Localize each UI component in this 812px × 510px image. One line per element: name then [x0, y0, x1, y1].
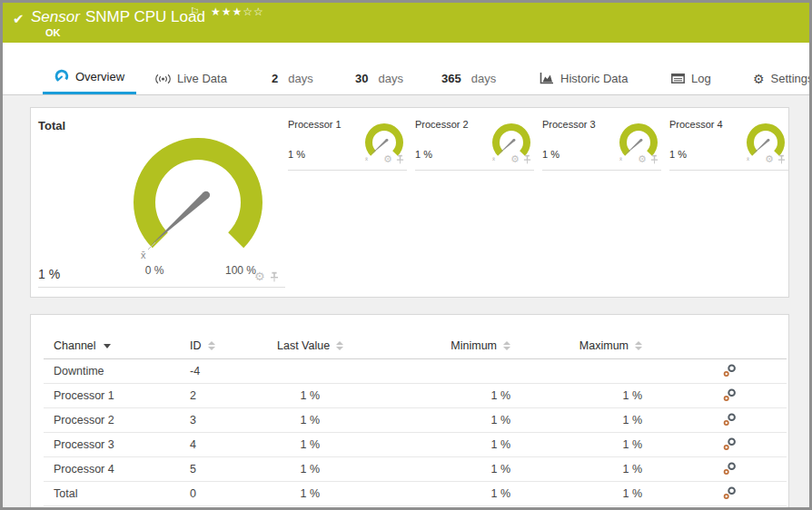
processor-gauge-value: 1 % [288, 149, 305, 160]
page-title: SensorSNMP CPU Load [31, 8, 205, 26]
channels-panel: Channel ID Last Value Minimum Maximum Do… [30, 314, 789, 508]
sort-toggle-icon[interactable] [336, 341, 343, 350]
total-gauge-card: Total x̄ 0 % 100 % 1 % ⚙ [38, 115, 285, 288]
channel-name-cell: Downtime [44, 358, 180, 383]
sort-toggle-icon[interactable] [208, 341, 215, 350]
tab-2-days-number: 2 [272, 72, 278, 85]
priority-stars[interactable]: ★★★☆☆ [211, 5, 264, 18]
processor-gauge-title: Processor 4 [669, 119, 723, 130]
channel-id-cell: 4 [180, 432, 271, 456]
tab-historic-data-label: Historic Data [560, 72, 628, 85]
gauges-panel: Total x̄ 0 % 100 % 1 % ⚙ [30, 107, 789, 298]
processor-gauges: Processor 1 x̄ 1 % ⚙ Processor 2 [288, 119, 797, 171]
maximum-cell: 1 % [512, 456, 644, 481]
channel-settings-gear-icon[interactable]: ⚙ [383, 154, 392, 164]
table-row: Total 0 1 % 1 % 1 % [44, 481, 787, 505]
pin-icon[interactable] [270, 271, 279, 282]
tab-live-data[interactable]: Live Data [155, 43, 227, 94]
tab-365-days[interactable]: 365 days [441, 43, 496, 94]
channel-settings-gear-icon[interactable]: ⚙ [765, 154, 774, 164]
channels-table: Channel ID Last Value Minimum Maximum Do… [44, 333, 787, 506]
total-gauge-title: Total [38, 119, 65, 132]
edit-channel-gears-icon[interactable] [723, 388, 737, 402]
channel-settings-gear-icon[interactable]: ⚙ [510, 154, 520, 164]
table-row: Downtime -4 [44, 358, 787, 383]
status-badge: OK [45, 27, 61, 38]
channel-id-cell: 2 [180, 383, 271, 407]
average-marker: x̄ [365, 156, 368, 162]
tab-historic-data[interactable]: Historic Data [540, 43, 628, 94]
column-header-id[interactable]: ID [180, 333, 271, 358]
pin-icon[interactable] [650, 154, 659, 164]
edit-channel-gears-icon[interactable] [723, 486, 737, 500]
tab-2-days-word: days [288, 72, 312, 85]
column-header-channel[interactable]: Channel [44, 333, 180, 358]
channel-id-cell: 0 [180, 481, 271, 505]
edit-channel-gears-icon[interactable] [723, 413, 737, 427]
channel-id-cell: 5 [180, 456, 271, 481]
column-header-maximum[interactable]: Maximum [512, 333, 644, 358]
total-gauge-value: 1 % [38, 267, 60, 281]
channel-name-cell: Processor 3 [44, 432, 180, 456]
processor-gauge-title: Processor 1 [288, 119, 342, 130]
tab-30-days[interactable]: 30 days [355, 43, 403, 94]
column-header-last-value[interactable]: Last Value [271, 333, 322, 358]
gauge-needle [625, 139, 642, 154]
tab-overview[interactable]: Overview [43, 43, 136, 94]
sort-toggle-icon[interactable] [503, 341, 510, 350]
channel-id-cell: -4 [180, 358, 271, 383]
column-header-minimum[interactable]: Minimum [322, 333, 512, 358]
processor-gauge-card: Processor 1 x̄ 1 % ⚙ [288, 119, 407, 171]
tab-settings[interactable]: ⚙ Settings [753, 43, 809, 94]
sort-desc-icon[interactable] [104, 344, 111, 348]
maximum-cell: 1 % [512, 481, 644, 505]
maximum-cell [512, 358, 644, 383]
processor-gauge-value: 1 % [415, 149, 432, 160]
edit-channel-gears-icon[interactable] [723, 364, 737, 378]
log-list-icon [671, 74, 685, 83]
last-value-cell: 1 % [271, 456, 322, 481]
status-ok-check-icon: ✔ [13, 11, 25, 27]
table-row: Processor 3 4 1 % 1 % 1 % [44, 432, 787, 456]
gauge-needle [752, 139, 769, 154]
edit-channel-gears-icon[interactable] [723, 462, 737, 476]
tab-365-days-number: 365 [441, 72, 461, 85]
average-marker: x̄ [619, 156, 622, 162]
sensor-name: SNMP CPU Load [85, 8, 205, 25]
tab-settings-label: Settings [771, 72, 809, 85]
tab-365-days-word: days [471, 72, 496, 85]
channel-name-cell: Processor 2 [44, 407, 180, 432]
minimum-cell [322, 358, 512, 383]
pin-icon[interactable] [396, 154, 404, 164]
pin-icon[interactable] [523, 154, 531, 164]
tab-log-label: Log [691, 72, 711, 85]
tab-log[interactable]: Log [671, 43, 711, 94]
channel-settings-gear-icon[interactable]: ⚙ [254, 270, 265, 282]
last-value-cell: 1 % [271, 407, 322, 432]
tab-bar: Overview Live Data 2 days 30 days 365 da… [3, 43, 809, 95]
area-chart-icon [540, 73, 554, 84]
last-value-cell [271, 358, 322, 383]
tab-2-days[interactable]: 2 days [272, 43, 313, 94]
maximum-cell: 1 % [512, 432, 644, 456]
sensor-type-label: Sensor [31, 8, 80, 25]
tab-30-days-number: 30 [355, 72, 368, 85]
channel-id-cell: 3 [180, 407, 271, 432]
sort-toggle-icon[interactable] [635, 341, 642, 350]
channel-settings-gear-icon[interactable]: ⚙ [638, 154, 647, 164]
processor-gauge-title: Processor 2 [415, 119, 469, 130]
flag-icon[interactable]: ⚐ [190, 5, 200, 18]
sensor-header: ✔ SensorSNMP CPU Load ⚐ ★★★☆☆ OK [3, 3, 809, 43]
last-value-cell: 1 % [271, 432, 322, 456]
edit-channel-gears-icon[interactable] [723, 437, 737, 451]
pin-icon[interactable] [777, 154, 786, 164]
table-row: Processor 2 3 1 % 1 % 1 % [44, 407, 787, 432]
minimum-cell: 1 % [322, 456, 512, 481]
channel-name-cell: Processor 4 [44, 456, 180, 481]
processor-gauge-card: Processor 2 x̄ 1 % ⚙ [415, 119, 534, 171]
table-row: Processor 4 5 1 % 1 % 1 % [44, 456, 787, 481]
minimum-cell: 1 % [322, 407, 512, 432]
tab-overview-label: Overview [75, 70, 124, 83]
gauge-needle [498, 139, 515, 154]
processor-gauge-title: Processor 3 [542, 119, 596, 130]
